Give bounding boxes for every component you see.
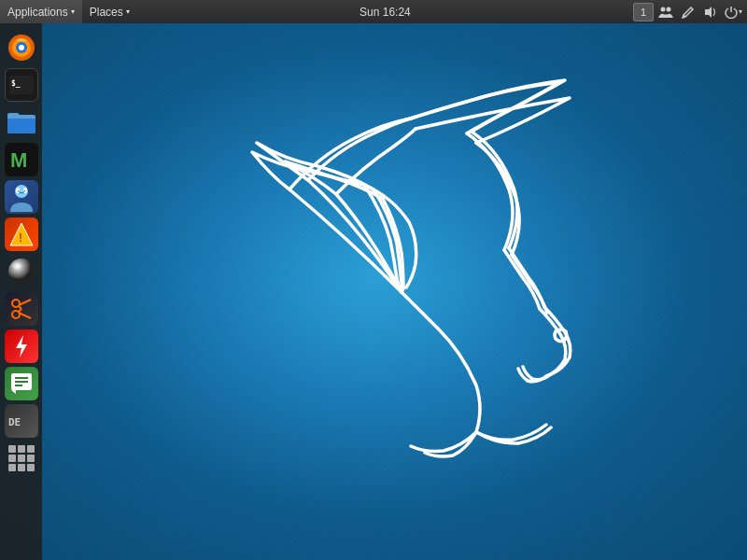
workspace-switcher[interactable]: 1 [633, 3, 654, 21]
top-panel: Applications ▾ Places ▾ Sun 16:24 1 [0, 0, 747, 23]
dock-character[interactable] [5, 180, 38, 214]
dock-apps-grid[interactable] [5, 441, 38, 475]
svg-line-19 [19, 300, 31, 305]
workspace-number: 1 [641, 7, 646, 18]
svg-point-16 [12, 263, 21, 269]
dock-burp[interactable]: ! [5, 217, 38, 251]
places-arrow: ▾ [126, 7, 130, 16]
dock-de[interactable]: DE [5, 404, 38, 438]
dock-files[interactable] [5, 105, 38, 139]
applications-label: Applications [7, 6, 68, 19]
places-menu[interactable]: Places ▾ [82, 0, 137, 23]
svg-point-17 [12, 300, 20, 307]
svg-marker-2 [705, 7, 712, 18]
dock-flash[interactable] [5, 329, 38, 363]
svg-point-6 [19, 45, 24, 50]
desktop: Applications ▾ Places ▾ Sun 16:24 1 [0, 0, 747, 560]
svg-point-0 [661, 7, 666, 11]
svg-marker-28 [11, 390, 16, 394]
volume-icon[interactable] [700, 2, 721, 22]
dock-notes[interactable] [5, 367, 38, 400]
dock-terminal[interactable]: $_ [5, 68, 38, 102]
svg-line-21 [19, 306, 21, 309]
svg-text:DE: DE [8, 416, 21, 428]
svg-line-20 [19, 313, 31, 318]
svg-point-1 [667, 7, 671, 11]
svg-line-22 [19, 309, 21, 312]
panel-left: Applications ▾ Places ▾ [0, 0, 137, 23]
svg-text:!: ! [19, 231, 22, 245]
applications-arrow: ▾ [71, 7, 75, 16]
svg-text:M: M [10, 148, 27, 172]
kali-dragon-logo [233, 77, 588, 483]
panel-center: Sun 16:24 [137, 6, 633, 19]
svg-text:$_: $_ [11, 79, 21, 88]
svg-marker-23 [16, 335, 27, 357]
user-list-icon[interactable] [655, 2, 676, 22]
datetime-display: Sun 16:24 [359, 6, 411, 19]
places-label: Places [90, 6, 123, 19]
dock-scissors[interactable] [5, 292, 38, 326]
dock: $_ M [0, 23, 42, 560]
svg-point-15 [8, 259, 35, 285]
power-icon[interactable]: ▾ [723, 2, 743, 22]
dock-orb[interactable] [5, 255, 38, 288]
pencil-icon[interactable] [678, 2, 698, 22]
svg-point-18 [12, 311, 20, 318]
applications-menu[interactable]: Applications ▾ [0, 0, 82, 23]
dock-firefox[interactable] [5, 31, 38, 64]
panel-right: 1 [633, 2, 747, 22]
dock-m-app[interactable]: M [5, 143, 38, 176]
